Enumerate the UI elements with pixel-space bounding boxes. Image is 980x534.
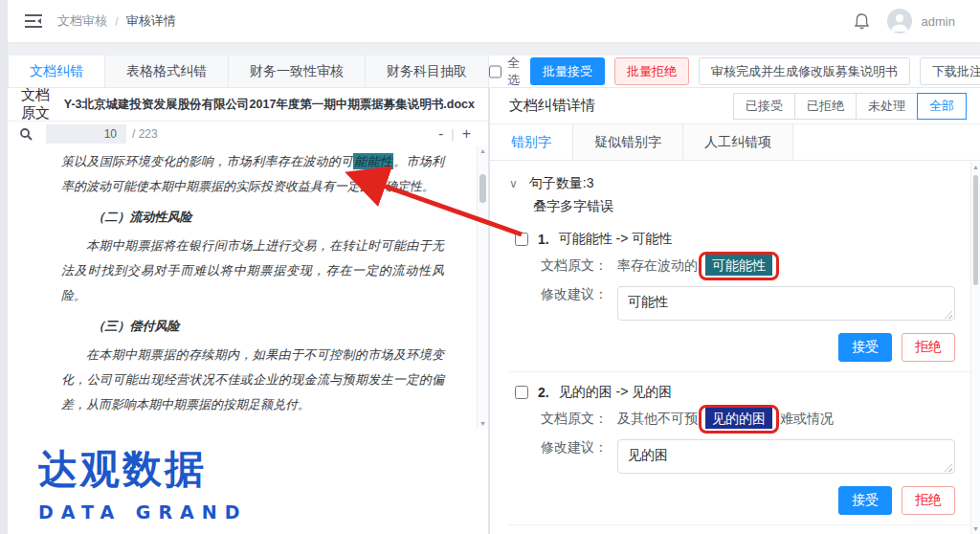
breadcrumb-separator: /: [115, 14, 119, 29]
filter-accepted[interactable]: 已接受: [733, 93, 795, 120]
scroll-down-icon[interactable]: ▼: [971, 525, 980, 532]
item-checkbox[interactable]: [515, 233, 528, 246]
doc-paragraph: 策以及国际环境变化的影响，市场利率存在波动的可能能性。市场利率的波动可能使本期中…: [61, 149, 444, 199]
error-highlight[interactable]: 见的的困: [705, 408, 772, 429]
doc-paragraph: 在本期中期票据的存续期内，如果由于不可控制的市场及环境变化，公司可能出现经营状况…: [61, 343, 444, 417]
search-icon[interactable]: [19, 127, 33, 141]
batch-accept-button[interactable]: 批量接受: [530, 57, 605, 85]
tab-doc-correct[interactable]: 文档纠错: [8, 56, 105, 87]
correction-item: 2. 见的的困 -> 见的困 文档原文： 及其他不可预 见的的困 难或情况 修改…: [509, 372, 970, 525]
correction-panel-title: 文档纠错详情: [509, 97, 595, 115]
document-page: 策以及国际环境变化的影响，市场利率存在波动的可能能性。市场利率的波动可能使本期中…: [8, 145, 477, 429]
scrollbar-thumb[interactable]: [973, 175, 978, 285]
menu-fold-icon[interactable]: [25, 14, 42, 28]
scroll-up-icon[interactable]: ▲: [971, 164, 980, 170]
tab-finance-subject[interactable]: 财务科目抽取: [366, 56, 489, 87]
suggestion-label: 修改建议：: [541, 286, 608, 303]
zoom-divider: |: [451, 126, 454, 141]
breadcrumb-root[interactable]: 文档审核: [57, 12, 107, 30]
username[interactable]: admin: [922, 14, 955, 29]
correction-panel-header: 文档纠错详情 已接受 已拒绝 未处理 全部: [490, 88, 980, 124]
doc-paragraph: 本期中期票据将在银行间市场上进行交易，在转让时可能由于无法及时找到交易对手而难以…: [61, 234, 444, 308]
document-panel: 文档原文 Y-3北京城建投资发展股份有限公司2017年度第一期中期票据募集说明书…: [8, 88, 488, 534]
person-icon: [887, 9, 912, 33]
tab-typo[interactable]: 错别字: [490, 124, 573, 160]
doc-text-run: 策以及国际环境变化的影响，市场利率存在波动的可: [61, 154, 353, 168]
filter-rejected[interactable]: 已拒绝: [794, 93, 857, 120]
suggestion-label: 修改建议：: [541, 439, 608, 456]
chevron-down-icon[interactable]: ∨: [509, 177, 518, 190]
main-tabstrip: 文档纠错 表格格式纠错 财务一致性审核 财务科目抽取 全选 批量接受 批量拒绝 …: [8, 56, 980, 88]
select-all-checkbox[interactable]: [489, 65, 501, 78]
datagrand-logo: 达观数据 DATA GRAND: [38, 443, 247, 523]
scroll-up-icon[interactable]: ▲: [478, 147, 488, 154]
suggestion-input[interactable]: 见的困: [617, 439, 955, 474]
item-number: 2.: [538, 385, 549, 400]
group-header[interactable]: ∨ 句子数量:3 叠字多字错误: [509, 162, 970, 219]
zoom-in-icon[interactable]: +: [462, 125, 471, 143]
finish-generate-button[interactable]: 审核完成并生成修改版募集说明书: [699, 57, 910, 85]
batch-reject-button[interactable]: 批量拒绝: [614, 57, 689, 85]
doc-heading: （二）流动性风险: [61, 205, 444, 230]
document-filename: Y-3北京城建投资发展股份有限公司2017年度第一期中期票据募集说明书.docx: [64, 97, 475, 113]
error-highlight[interactable]: 可能能性: [705, 255, 772, 276]
tab-table-format[interactable]: 表格格式纠错: [105, 56, 229, 87]
select-all[interactable]: 全选: [489, 55, 521, 89]
original-prefix: 率存在波动的: [617, 257, 698, 275]
document-panel-title: 文档原文: [21, 86, 53, 122]
item-number: 1.: [538, 232, 549, 247]
reject-button[interactable]: 拒绝: [902, 333, 955, 362]
logo-cn-text: 达观数据: [38, 443, 247, 496]
filter-pending[interactable]: 未处理: [856, 93, 918, 120]
select-all-label: 全选: [507, 55, 521, 89]
correction-list: ∨ 句子数量:3 叠字多字错误 1. 可能能性 -> 可能性 文档原文： 率存在…: [490, 162, 970, 534]
correction-item: 1. 可能能性 -> 可能性 文档原文： 率存在波动的 可能能性 修改建议： 可…: [509, 219, 970, 372]
tab-manual-correction[interactable]: 人工纠错项: [683, 124, 793, 160]
original-suffix: 难或情况: [780, 411, 834, 428]
item-title: 可能能性 -> 可能性: [559, 231, 673, 248]
original-prefix: 及其他不可预: [617, 411, 698, 428]
download-annotated-button[interactable]: 下载批注版文件: [920, 57, 980, 85]
document-text: 策以及国际环境变化的影响，市场利率存在波动的可能能性。市场利率的波动可能使本期中…: [8, 145, 477, 417]
doc-heading: （三）偿付风险: [61, 314, 444, 339]
correction-panel: 文档纠错详情 已接受 已拒绝 未处理 全部 错别字 疑似错别字 人工纠错项 ∨ …: [490, 88, 980, 534]
top-navbar: 文档审核 / 审核详情 admin: [8, 0, 980, 42]
original-label: 文档原文：: [541, 257, 608, 275]
page-number-input[interactable]: [46, 124, 126, 144]
avatar[interactable]: [887, 9, 912, 33]
scrollbar-thumb[interactable]: [479, 174, 486, 203]
original-label: 文档原文：: [541, 411, 608, 428]
item-checkbox[interactable]: [515, 386, 528, 399]
tab-suspected-typo[interactable]: 疑似错别字: [573, 124, 683, 160]
reject-button[interactable]: 拒绝: [902, 486, 955, 515]
doc-error-highlight[interactable]: 能能性: [353, 153, 393, 169]
group-title: 句子数量:3: [529, 175, 594, 192]
correction-item: 3. 定是是否 -> 定是否 文档原文： 合并范围的判 定是是否 对其进行控制 …: [509, 525, 970, 534]
correction-list-scrollbar[interactable]: ▲ ▼: [970, 162, 980, 534]
page-total: / 223: [132, 127, 158, 141]
item-title: 见的的困 -> 见的困: [559, 384, 673, 401]
filter-all[interactable]: 全部: [917, 93, 967, 120]
document-scrollbar[interactable]: ▲ ▼: [477, 145, 488, 429]
breadcrumb: 文档审核 / 审核详情: [57, 12, 176, 30]
accept-button[interactable]: 接受: [838, 333, 892, 362]
tab-finance-consistency[interactable]: 财务一致性审核: [229, 56, 366, 87]
zoom-out-icon[interactable]: -: [438, 125, 443, 143]
collapsed-sidebar: [0, 0, 8, 534]
suggestion-input[interactable]: 可能性: [617, 286, 955, 321]
document-toolbar: / 223 - | +: [8, 121, 488, 145]
annotation-red-box: 见的的困: [705, 411, 772, 428]
accept-button[interactable]: 接受: [838, 486, 892, 515]
document-header: 文档原文 Y-3北京城建投资发展股份有限公司2017年度第一期中期票据募集说明书…: [8, 88, 488, 121]
group-subtitle: 叠字多字错误: [533, 198, 970, 215]
breadcrumb-current: 审核详情: [126, 12, 176, 30]
annotation-red-box: 可能能性: [705, 257, 772, 275]
correction-tabs: 错别字 疑似错别字 人工纠错项: [490, 124, 980, 161]
status-filter-group: 已接受 已拒绝 未处理 全部: [734, 93, 967, 120]
logo-en-text: DATA GRAND: [38, 501, 247, 523]
bell-icon[interactable]: [854, 12, 870, 31]
scroll-down-icon[interactable]: ▼: [478, 420, 488, 427]
